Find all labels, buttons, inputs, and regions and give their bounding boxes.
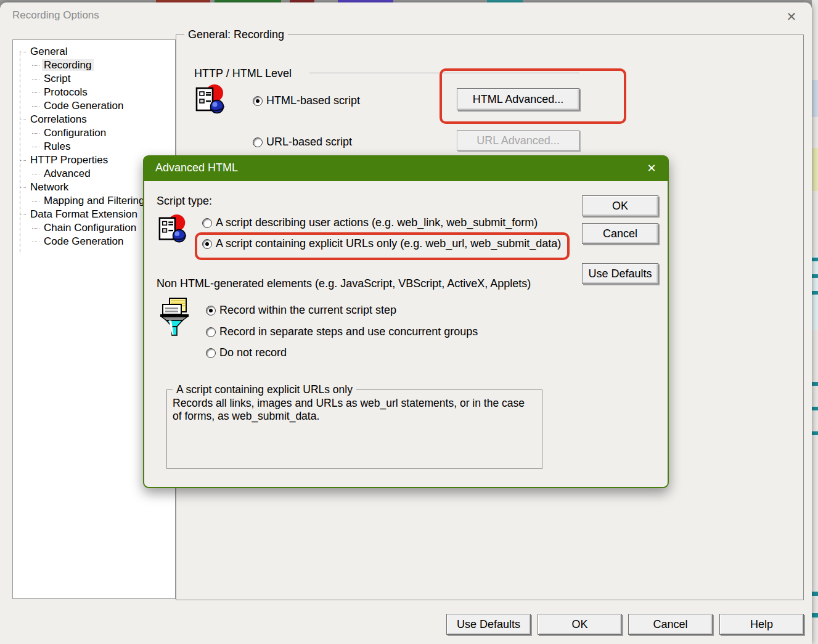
tree-item-protocols[interactable]: Protocols: [13, 86, 175, 99]
tree-item-correlations[interactable]: Correlations: [13, 113, 175, 126]
tree-item-script[interactable]: Script: [13, 72, 175, 86]
web-script-icon: [158, 213, 189, 244]
tree-connector: [32, 106, 39, 107]
funnel-filter-icon: [160, 297, 189, 336]
close-icon[interactable]: ✕: [644, 160, 660, 176]
advanced-html-titlebar: Advanced HTML ✕: [144, 156, 668, 181]
tree-connector: [20, 120, 26, 120]
non-html-elements-label: Non HTML-generated elements (e.g. JavaSc…: [157, 277, 531, 290]
tree-connector: [32, 79, 39, 79]
background-editor-sliver: [812, 0, 818, 644]
dialog-cancel-button[interactable]: Cancel: [582, 223, 658, 244]
url-based-script-radio[interactable]: [253, 137, 263, 147]
description-title: A script containing explicit URLs only: [173, 383, 356, 396]
screen: Recording Options ✕ General Recording Sc…: [0, 0, 818, 644]
tree-item-general[interactable]: General: [13, 45, 175, 59]
tree-connector: [32, 201, 39, 202]
section-separator: [309, 73, 579, 74]
tree-connector: [32, 228, 39, 229]
help-button[interactable]: Help: [719, 614, 804, 635]
record-within-step-radio[interactable]: [206, 306, 216, 316]
tree-connector: [32, 147, 39, 147]
tree-connector: [32, 174, 39, 174]
tree-connector: [32, 65, 39, 66]
tree-item-rules[interactable]: Rules: [13, 140, 175, 153]
dialog-use-defaults-button[interactable]: Use Defaults: [582, 263, 658, 284]
description-text: Records all links, images and URLs as we…: [173, 397, 525, 423]
record-separate-steps-label[interactable]: Record in separate steps and use concurr…: [219, 325, 478, 338]
tree-connector: [20, 160, 26, 161]
html-based-script-radio[interactable]: [253, 96, 263, 106]
http-html-level-label: HTTP / HTML Level: [194, 67, 292, 80]
close-icon[interactable]: ✕: [782, 7, 801, 26]
groupbox-title: General: Recording: [184, 28, 288, 41]
url-advanced-button: URL Advanced...: [457, 130, 579, 151]
tree-item-recording[interactable]: Recording: [13, 59, 175, 72]
use-defaults-button[interactable]: Use Defaults: [446, 614, 531, 635]
dialog-title: Advanced HTML: [155, 161, 238, 174]
tree-connector: [20, 187, 26, 188]
tree-connector: [32, 133, 39, 134]
window-title: Recording Options: [12, 9, 99, 22]
script-user-actions-radio[interactable]: [202, 218, 212, 228]
dialog-ok-button[interactable]: OK: [582, 195, 658, 216]
do-not-record-radio[interactable]: [206, 348, 216, 358]
tree-connector: [20, 214, 26, 215]
tree-connector: [32, 92, 39, 93]
tree-item-code-generation[interactable]: Code Generation: [13, 99, 175, 113]
url-based-script-label[interactable]: URL-based script: [266, 136, 352, 149]
tree-connector: [20, 52, 26, 52]
do-not-record-label[interactable]: Do not record: [219, 346, 287, 359]
script-user-actions-label[interactable]: A script describing user actions (e.g. w…: [216, 216, 538, 229]
ok-button[interactable]: OK: [538, 614, 622, 635]
tree-item-configuration[interactable]: Configuration: [13, 126, 175, 140]
cancel-button[interactable]: Cancel: [628, 614, 713, 635]
script-explicit-urls-label[interactable]: A script containing explicit URLs only (…: [216, 237, 561, 250]
script-explicit-urls-radio[interactable]: [202, 239, 212, 249]
record-separate-steps-radio[interactable]: [206, 327, 216, 337]
advanced-html-dialog: Advanced HTML ✕ Script type: A script de…: [143, 155, 669, 488]
html-advanced-button[interactable]: HTML Advanced...: [457, 88, 579, 110]
record-within-step-label[interactable]: Record within the current script step: [219, 304, 396, 317]
html-based-script-label[interactable]: HTML-based script: [266, 94, 360, 107]
web-script-icon: [195, 83, 227, 115]
tree-connector: [32, 242, 39, 242]
script-type-label: Script type:: [157, 195, 212, 208]
